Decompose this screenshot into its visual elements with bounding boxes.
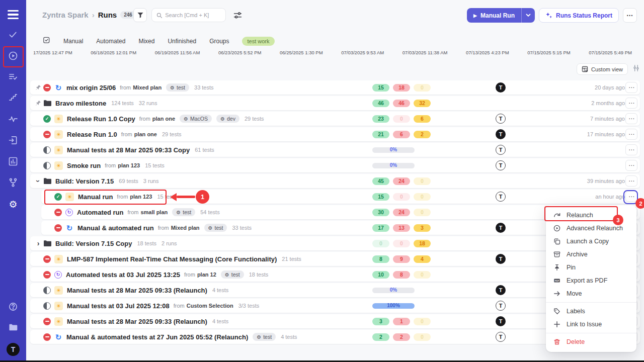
config-badge: ⚙test	[166, 83, 189, 92]
stat-pill: 1	[393, 318, 410, 325]
runs-status-report-button[interactable]: Runs Status Report	[539, 8, 619, 23]
sidebar-item-hamburger-menu[interactable]	[0, 4, 26, 25]
row-more-button[interactable]: ⋯	[625, 175, 637, 187]
search-input[interactable]	[165, 12, 221, 18]
view-toolbar: Custom view	[577, 63, 640, 75]
plan-name[interactable]: plan one	[134, 131, 157, 137]
run-row[interactable]: ↻mix origin 25/06fromMixed plan⚙test33 t…	[30, 80, 640, 95]
menu-item-label: Advanced Relaunch	[567, 225, 623, 232]
menu-item-delete[interactable]: Delete	[546, 335, 636, 348]
menu-item-export-as-pdf[interactable]: PDFExport as PDF	[546, 274, 636, 287]
plan-name[interactable]: small plan	[140, 209, 168, 215]
run-title: Manual & automated tests at 27 Jun 2025 …	[66, 333, 248, 341]
menu-item-advanced-relaunch[interactable]: Advanced Relaunch	[546, 222, 636, 235]
tag-filter-test-work[interactable]: test work	[242, 37, 274, 46]
steps-icon	[8, 93, 18, 105]
runs-count: 2 runs	[162, 240, 177, 246]
tests-count: 4 tests	[212, 287, 228, 293]
run-title: Bravo milestone	[55, 100, 106, 107]
timeline-date: 06/18/2025 12:01 PM	[91, 50, 136, 55]
run-row[interactable]: ✳Manual tests at 28 Mar 2025 09:33 Copy6…	[30, 143, 640, 157]
pin-icon[interactable]	[33, 100, 43, 106]
menu-item-launch-a-copy[interactable]: Launch a Copy	[546, 235, 636, 248]
runs-count: 3 runs	[143, 178, 159, 184]
run-row[interactable]: ✓✳Release Run 1.0 Copyfromplan one⚙MacOS…	[30, 112, 640, 126]
stat-pill: 46	[372, 100, 389, 107]
manual-run-dropdown-button[interactable]	[521, 8, 535, 23]
run-row[interactable]: Bravo milestone124 tests32 runs4646322 m…	[30, 96, 640, 110]
run-row[interactable]: ›Build: Version 7.1569 tests3 runs452403…	[30, 174, 640, 188]
plan-name[interactable]: plan 123	[130, 194, 152, 200]
sidebar-item-bar-chart[interactable]	[0, 152, 26, 173]
row-more-button[interactable]: ⋯	[625, 113, 637, 124]
page-title: Runs	[98, 11, 117, 19]
chevron-right-icon[interactable]: ›	[33, 240, 43, 247]
tab-automated[interactable]: Automated	[96, 38, 125, 45]
updated-time: 20 days ago	[595, 84, 625, 90]
progress-value: 0%	[372, 147, 415, 152]
search-box[interactable]	[151, 8, 226, 22]
tab-manual[interactable]: Manual	[63, 38, 83, 45]
plan-name[interactable]: Mixed plan	[171, 225, 200, 231]
tests-count: 61 tests	[195, 147, 214, 153]
sidebar-item-branch[interactable]	[0, 173, 26, 194]
run-row[interactable]: ✓✳Manual runfromplan 12315 tests1500Tan …	[41, 190, 640, 204]
row-more-button[interactable]: ⋯	[625, 191, 637, 202]
row-more-button[interactable]: ⋯	[625, 129, 637, 140]
plan-name[interactable]: Mixed plan	[133, 84, 162, 90]
menu-item-archive[interactable]: Archive	[546, 248, 636, 261]
enter-icon	[8, 135, 18, 147]
sidebar-item-check[interactable]	[0, 25, 26, 46]
menu-item-labels[interactable]: Labels	[546, 305, 636, 318]
menu-item-pin[interactable]: Pin	[546, 261, 636, 274]
sidebar-item-help[interactable]	[8, 302, 18, 314]
plan-name[interactable]: Custom Selection	[187, 303, 233, 309]
table-view-icon	[582, 66, 588, 72]
from-label: from	[117, 194, 128, 200]
config-badge: ⚙test	[253, 333, 276, 341]
run-row[interactable]: ✳Release Run 1.0fromplan one29 tests2162…	[30, 127, 640, 141]
plan-name[interactable]: plan 12	[197, 272, 216, 278]
sidebar-item-gear[interactable]: ⚙	[0, 194, 26, 215]
manual-run-button[interactable]: ▶ Manual Run	[467, 8, 521, 23]
sidebar-item-steps[interactable]	[0, 88, 26, 110]
plan-name[interactable]: plan one	[152, 116, 175, 122]
filter-button[interactable]	[133, 8, 147, 22]
menu-item-move[interactable]: Move	[546, 287, 636, 300]
sidebar-item-activity[interactable]	[0, 110, 26, 131]
menu-divider	[546, 302, 636, 303]
manual-run-icon: ✳	[54, 146, 63, 154]
sidebar-item-play-circle[interactable]	[0, 46, 26, 67]
tune-icon[interactable]	[233, 11, 242, 22]
assignee-avatar: T	[496, 301, 506, 311]
timeline-date: 07/03/2025 9:53 AM	[341, 50, 384, 55]
row-more-button[interactable]: ⋯	[625, 98, 637, 109]
sidebar-item-enter[interactable]	[0, 131, 26, 152]
plan-name[interactable]: plan 123	[118, 162, 140, 168]
chevron-down-icon[interactable]: ›	[35, 176, 42, 186]
tab-groups[interactable]: Groups	[209, 38, 229, 45]
menu-item-link-to-issue[interactable]: Link to Issue	[546, 318, 636, 331]
tab-mixed[interactable]: Mixed	[138, 38, 154, 45]
sidebar-item-list-check[interactable]	[0, 67, 26, 88]
custom-view-button[interactable]: Custom view	[577, 63, 628, 75]
breadcrumb-project[interactable]: Zyntra Spark	[42, 11, 89, 19]
sidebar-item-folder[interactable]	[8, 322, 18, 334]
row-more-button[interactable]: ⋯	[625, 144, 637, 155]
stat-pill: 32	[414, 100, 431, 107]
display-settings-icon[interactable]	[632, 64, 640, 74]
stat-pill: 13	[393, 224, 410, 232]
row-more-button[interactable]: ⋯	[625, 160, 637, 171]
tab-unfinished[interactable]: Unfinished	[168, 38, 196, 45]
tests-count: 29 tests	[162, 131, 182, 137]
sidebar-item-logo-avatar[interactable]: T	[7, 343, 20, 356]
bulk-edit-icon[interactable]	[43, 36, 50, 46]
tests-count: 33 tests	[194, 84, 214, 90]
row-more-button[interactable]: ⋯	[625, 82, 637, 93]
header-more-button[interactable]: ⋯	[623, 8, 637, 23]
stat-pill: 3	[414, 224, 431, 232]
run-row[interactable]: ✳Smoke runfromplan 12315 tests0%T⋯	[30, 158, 640, 172]
menu-item-relaunch[interactable]: Relaunch	[546, 209, 636, 222]
menu-item-label: Export as PDF	[567, 277, 607, 284]
sidebar: ⚙ T	[0, 0, 26, 362]
